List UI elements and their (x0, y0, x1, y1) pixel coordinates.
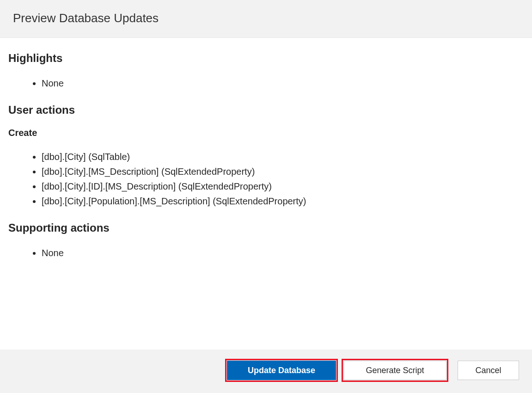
create-heading: Create (8, 128, 524, 138)
highlights-heading: Highlights (8, 52, 524, 65)
supporting-actions-list: None (8, 246, 524, 260)
highlight-generate: Generate Script (342, 359, 448, 382)
dialog-footer: Update Database Generate Script Cancel (0, 350, 532, 393)
generate-script-button[interactable]: Generate Script (343, 361, 446, 380)
list-item: None (42, 246, 524, 260)
highlight-update: Update Database (225, 359, 338, 382)
update-database-button[interactable]: Update Database (227, 361, 336, 380)
create-list: [dbo].[City] (SqlTable) [dbo].[City].[MS… (8, 149, 524, 209)
list-item: [dbo].[City].[MS_Description] (SqlExtend… (42, 164, 524, 179)
dialog-header: Preview Database Updates (0, 0, 532, 38)
user-actions-heading: User actions (8, 104, 524, 117)
list-item: [dbo].[City].[ID].[MS_Description] (SqlE… (42, 179, 524, 194)
dialog-content: Highlights None User actions Create [dbo… (0, 38, 532, 350)
highlights-list: None (8, 76, 524, 91)
dialog-title: Preview Database Updates (13, 11, 519, 25)
list-item: [dbo].[City].[Population].[MS_Descriptio… (42, 194, 524, 209)
list-item: [dbo].[City] (SqlTable) (42, 149, 524, 164)
list-item: None (42, 76, 524, 91)
cancel-button[interactable]: Cancel (458, 361, 519, 380)
supporting-actions-heading: Supporting actions (8, 221, 524, 234)
